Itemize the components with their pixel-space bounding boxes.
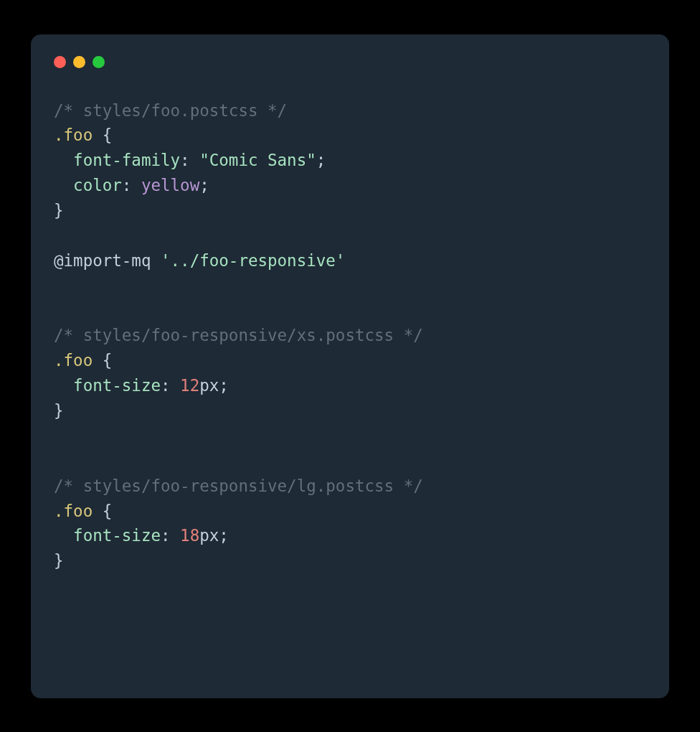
indent bbox=[54, 526, 73, 545]
comment-line: /* styles/foo.postcss */ bbox=[54, 101, 287, 120]
brace: } bbox=[54, 551, 64, 570]
css-value-unit: px bbox=[199, 526, 219, 545]
colon: : bbox=[161, 376, 180, 395]
brace: } bbox=[54, 201, 64, 220]
brace: { bbox=[93, 126, 112, 144]
css-property: font-family bbox=[73, 151, 180, 169]
colon: : bbox=[122, 176, 141, 194]
css-selector: .foo bbox=[54, 502, 93, 520]
maximize-icon[interactable] bbox=[93, 56, 105, 68]
code-window: /* styles/foo.postcss */ .foo { font-fam… bbox=[31, 34, 669, 698]
indent bbox=[54, 176, 73, 194]
minimize-icon[interactable] bbox=[73, 56, 85, 68]
semicolon: ; bbox=[219, 376, 229, 395]
css-property: font-size bbox=[73, 376, 161, 395]
css-value-number: 18 bbox=[180, 526, 199, 545]
css-selector: .foo bbox=[54, 351, 93, 370]
css-value-number: 12 bbox=[180, 376, 199, 395]
at-rule: @import-mq bbox=[54, 251, 161, 270]
colon: : bbox=[180, 151, 199, 169]
indent bbox=[54, 151, 73, 169]
code-content: /* styles/foo.postcss */ .foo { font-fam… bbox=[54, 98, 646, 574]
semicolon: ; bbox=[219, 526, 229, 545]
indent bbox=[54, 376, 73, 395]
css-property: font-size bbox=[73, 526, 161, 545]
comment-line: /* styles/foo-responsive/xs.postcss */ bbox=[54, 326, 423, 344]
css-value: yellow bbox=[141, 176, 199, 194]
colon: : bbox=[161, 526, 180, 545]
semicolon: ; bbox=[316, 151, 326, 169]
css-selector: .foo bbox=[54, 126, 93, 144]
css-value: "Comic Sans" bbox=[199, 151, 316, 169]
close-icon[interactable] bbox=[54, 56, 66, 68]
css-value-unit: px bbox=[199, 376, 219, 395]
comment-line: /* styles/foo-responsive/lg.postcss */ bbox=[54, 477, 423, 495]
semicolon: ; bbox=[199, 176, 209, 194]
brace: { bbox=[93, 351, 112, 370]
import-path: '../foo-responsive' bbox=[161, 251, 345, 270]
window-controls bbox=[54, 56, 646, 68]
brace: } bbox=[54, 401, 64, 420]
css-property: color bbox=[73, 176, 122, 194]
brace: { bbox=[93, 502, 112, 520]
